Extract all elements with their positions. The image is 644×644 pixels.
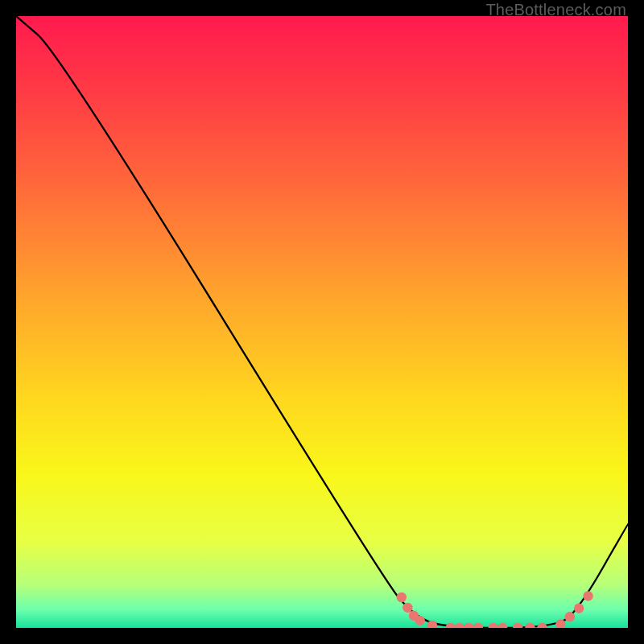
chart-frame: TheBottleneck.com	[0, 0, 644, 644]
chart-background	[16, 16, 628, 628]
chart-marker	[565, 612, 575, 621]
chart-marker	[583, 591, 592, 601]
chart-marker	[402, 603, 412, 613]
chart-plot	[16, 16, 628, 628]
chart-marker	[415, 616, 424, 625]
chart-svg	[16, 16, 628, 628]
chart-marker	[397, 592, 407, 602]
chart-marker	[574, 603, 584, 613]
